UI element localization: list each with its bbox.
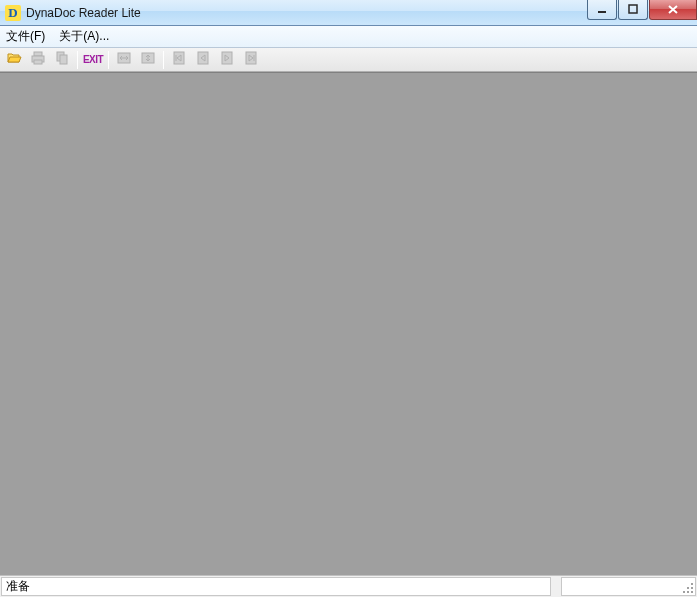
svg-rect-2 bbox=[34, 52, 42, 56]
status-pane-right bbox=[561, 577, 696, 596]
fit-width-icon bbox=[116, 50, 132, 69]
status-text: 准备 bbox=[1, 577, 551, 596]
last-page-button[interactable] bbox=[239, 49, 263, 71]
menu-about[interactable]: 关于(A)... bbox=[59, 28, 109, 45]
minimize-button[interactable] bbox=[587, 0, 617, 20]
fit-page-icon bbox=[140, 50, 156, 69]
next-page-button[interactable] bbox=[215, 49, 239, 71]
open-button[interactable] bbox=[2, 49, 26, 71]
window-controls bbox=[587, 0, 697, 20]
title-bar: D DynaDoc Reader Lite bbox=[0, 0, 697, 26]
svg-rect-1 bbox=[629, 5, 637, 13]
exit-button[interactable]: EXIT bbox=[81, 49, 105, 71]
prev-page-icon bbox=[195, 50, 211, 69]
exit-icon: EXIT bbox=[83, 54, 103, 65]
first-page-icon bbox=[171, 50, 187, 69]
close-button[interactable] bbox=[649, 0, 697, 20]
open-folder-icon bbox=[6, 50, 22, 69]
svg-rect-6 bbox=[60, 55, 67, 64]
last-page-icon bbox=[243, 50, 259, 69]
toolbar-separator bbox=[108, 51, 109, 69]
print-button[interactable] bbox=[26, 49, 50, 71]
fit-page-button[interactable] bbox=[136, 49, 160, 71]
maximize-button[interactable] bbox=[618, 0, 648, 20]
fit-width-button[interactable] bbox=[112, 49, 136, 71]
toolbar-separator bbox=[163, 51, 164, 69]
first-page-button[interactable] bbox=[167, 49, 191, 71]
next-page-icon bbox=[219, 50, 235, 69]
status-bar: 准备 bbox=[0, 575, 697, 597]
prev-page-button[interactable] bbox=[191, 49, 215, 71]
document-area bbox=[0, 72, 697, 575]
menu-file[interactable]: 文件(F) bbox=[6, 28, 45, 45]
copy-icon bbox=[54, 50, 70, 69]
toolbar-separator bbox=[77, 51, 78, 69]
svg-rect-4 bbox=[34, 60, 42, 64]
menu-bar: 文件(F) 关于(A)... bbox=[0, 26, 697, 48]
svg-rect-0 bbox=[598, 11, 606, 13]
app-icon: D bbox=[5, 5, 21, 21]
copy-button[interactable] bbox=[50, 49, 74, 71]
printer-icon bbox=[30, 50, 46, 69]
toolbar: EXIT bbox=[0, 48, 697, 72]
resize-grip[interactable] bbox=[681, 581, 693, 593]
window-title: DynaDoc Reader Lite bbox=[26, 6, 141, 20]
